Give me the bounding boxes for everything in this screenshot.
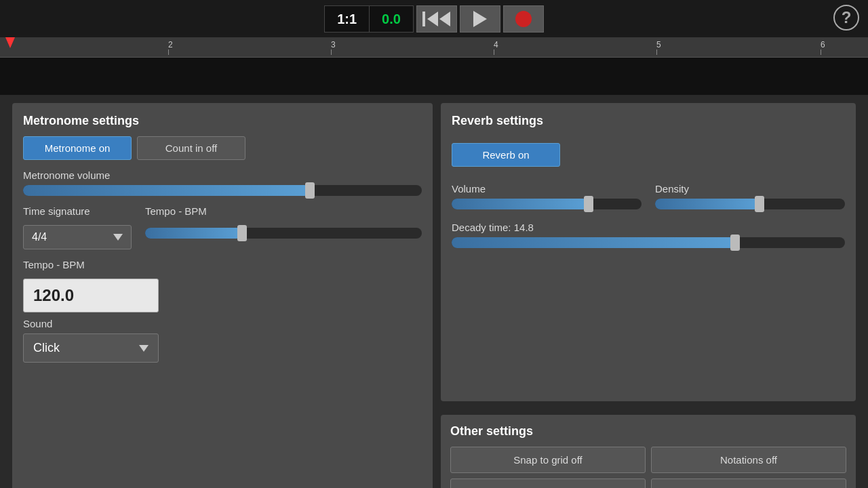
ruler-mark-4: 4: [494, 40, 498, 49]
reverb-volume-col: Volume: [452, 183, 642, 215]
reverb-sliders-row: Volume Density: [452, 183, 845, 215]
time-sig-bpm-row: Time signature 4/4 Tempo - BPM: [23, 205, 422, 249]
sound-group: Sound Click: [23, 318, 422, 363]
snap-to-grid-button[interactable]: Snap to grid off: [450, 447, 646, 473]
sound-arrow-icon: [134, 341, 149, 355]
transport-center: 1:1 0.0: [324, 5, 544, 33]
notations-button[interactable]: Notations off: [651, 447, 846, 473]
help-icon: ?: [833, 4, 860, 34]
tempo-bpm-label: Tempo - BPM: [23, 259, 422, 270]
help-button[interactable]: ?: [831, 4, 861, 34]
top-bar: 1:1 0.0 ?: [0, 0, 868, 37]
record-button[interactable]: [503, 5, 544, 33]
metronome-volume-container: Metronome volume: [23, 169, 422, 196]
notation-cde-button[interactable]: Notation C,D,E: [651, 479, 846, 488]
other-settings-title: Other settings: [450, 424, 846, 439]
bpm-input[interactable]: [23, 279, 159, 312]
ruler-mark-2: 2: [168, 40, 173, 49]
svg-text:?: ?: [842, 8, 852, 26]
reverb-decay-thumb[interactable]: [730, 235, 740, 251]
count-in-button[interactable]: Count in off: [137, 136, 245, 160]
metronome-toggle-button[interactable]: Metronome on: [23, 136, 132, 160]
right-side: Reverb settings Reverb on Volume Density: [441, 103, 856, 488]
reverb-density-slider[interactable]: [655, 199, 845, 209]
bpm-slider-group: Tempo - BPM: [145, 205, 422, 239]
sound-select[interactable]: Click: [23, 333, 159, 363]
reverb-decay-label: Decady time: 14.8: [452, 222, 845, 233]
reverb-decay-fill: [452, 237, 735, 248]
bpm-input-group: Tempo - BPM: [23, 259, 422, 312]
time-sig-label: Time signature: [23, 205, 132, 217]
reverb-toggle-button[interactable]: Reverb on: [452, 143, 560, 167]
reverb-title: Reverb settings: [452, 114, 845, 128]
reverb-density-fill: [655, 199, 760, 209]
other-settings-grid: Snap to grid off Notations off Left Hand…: [450, 447, 846, 488]
time-sig-value: 4/4: [32, 231, 47, 243]
reverb-panel: Reverb settings Reverb on Volume Density: [441, 103, 856, 401]
metronome-title: Metronome settings: [23, 114, 422, 128]
left-hand-button[interactable]: Left Hand off: [450, 479, 646, 488]
rewind-button[interactable]: [416, 5, 457, 33]
reverb-decay-slider[interactable]: [452, 237, 845, 248]
metronome-volume-thumb[interactable]: [305, 182, 315, 199]
reverb-density-col: Density: [655, 183, 845, 215]
ruler-mark-5: 5: [656, 40, 661, 49]
arrangement-area: [0, 58, 868, 95]
time-display: 1:1 0.0: [324, 5, 414, 33]
play-icon: [473, 11, 487, 27]
sound-label: Sound: [23, 318, 422, 329]
record-icon: [515, 11, 532, 27]
main-content: Metronome settings Metronome on Count in…: [0, 95, 868, 488]
metronome-volume-fill: [23, 185, 310, 196]
ruler-mark-6: 6: [821, 40, 825, 49]
sound-value: Click: [33, 341, 60, 355]
reverb-btn-row: Reverb on: [452, 143, 845, 167]
play-button[interactable]: [460, 5, 500, 33]
time-position: 1:1: [325, 5, 370, 33]
reverb-volume-label: Volume: [452, 183, 642, 195]
tempo-slider-fill: [145, 228, 242, 239]
reverb-decay-container: Decady time: 14.8: [452, 222, 845, 253]
reverb-volume-thumb[interactable]: [584, 196, 593, 212]
playhead: [5, 37, 15, 48]
reverb-density-thumb[interactable]: [755, 196, 764, 212]
tempo-bpm-slider[interactable]: [145, 228, 422, 239]
time-sig-select[interactable]: 4/4: [23, 225, 132, 249]
other-settings-panel: Other settings Snap to grid off Notation…: [441, 415, 856, 488]
metronome-btn-row: Metronome on Count in off: [23, 136, 422, 160]
time-sig-group: Time signature 4/4: [23, 205, 132, 249]
time-sig-arrow-icon: [108, 231, 123, 243]
reverb-volume-slider[interactable]: [452, 199, 642, 209]
ruler-mark-3: 3: [331, 40, 336, 49]
metronome-volume-slider[interactable]: [23, 185, 422, 196]
metronome-volume-label: Metronome volume: [23, 169, 422, 181]
timeline-ruler: 2 3 4 5 6: [0, 37, 868, 58]
rewind-icon: [422, 12, 450, 26]
reverb-density-label: Density: [655, 183, 845, 195]
tempo-slider-thumb[interactable]: [237, 225, 247, 241]
time-value: 0.0: [370, 5, 413, 33]
tempo-label-right: Tempo - BPM: [145, 205, 422, 217]
metronome-panel: Metronome settings Metronome on Count in…: [12, 103, 433, 488]
gear-button[interactable]: [7, 4, 37, 34]
reverb-volume-fill: [452, 199, 589, 209]
